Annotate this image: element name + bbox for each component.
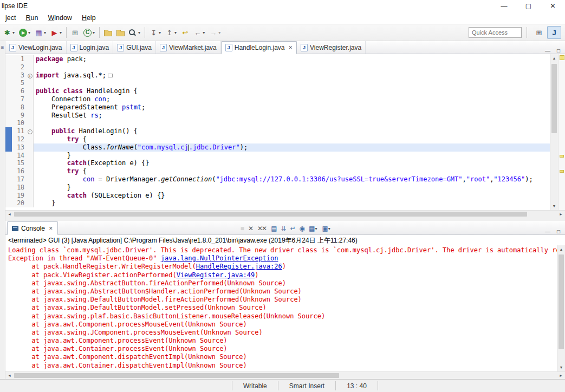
code-text[interactable] — [34, 79, 550, 87]
scroll-lock-button[interactable]: ⇊ — [278, 223, 287, 234]
overview-ruler[interactable] — [558, 54, 565, 210]
dropdown-arrow-icon[interactable]: ▾ — [93, 30, 95, 35]
external-tools-button[interactable]: ▶▾ — [49, 27, 63, 38]
run-button[interactable]: ▶▾ — [17, 27, 32, 38]
code-text[interactable] — [34, 63, 550, 71]
editor-hscroll-thumb[interactable] — [14, 212, 527, 217]
new-class-button[interactable]: C▾ — [82, 27, 96, 38]
dropdown-arrow-icon[interactable]: ▾ — [12, 30, 15, 35]
java-perspective-button[interactable]: J — [547, 26, 561, 39]
scroll-right-icon[interactable]: ► — [557, 211, 565, 218]
dropdown-arrow-icon[interactable]: ▾ — [328, 226, 330, 231]
fold-ruler-cell[interactable]: - — [27, 127, 34, 135]
tab-viewmarket-java[interactable]: JViewMarket.java — [156, 41, 221, 54]
code-text[interactable]: con = DriverManager.getConnection("jdbc:… — [34, 175, 550, 184]
new-java-project-button[interactable]: ⊞ — [69, 27, 81, 38]
code-text[interactable]: Class.forName("com.mysql.cj.jdbc.Driver"… — [34, 143, 550, 152]
maximize-button[interactable]: ▢ — [516, 0, 541, 12]
tab-console[interactable]: Console ✕ — [7, 221, 58, 235]
dropdown-arrow-icon[interactable]: ▾ — [315, 226, 317, 231]
next-annotation-button[interactable]: ↧▾ — [148, 27, 163, 38]
dropdown-arrow-icon[interactable]: ▾ — [60, 30, 62, 35]
scroll-left-icon[interactable]: ◄ — [5, 211, 14, 218]
editor-vscroll-thumb[interactable] — [551, 64, 557, 133]
console-output[interactable]: Loading class `com.mysql.jdbc.Driver'. T… — [5, 245, 557, 371]
search-button[interactable]: ▾ — [127, 27, 142, 38]
remove-all-terminated-button[interactable]: ✕✕ — [255, 223, 268, 234]
code-area[interactable]: 1package pack;23+import java.sql.*;56pub… — [5, 54, 550, 210]
back-button[interactable]: ←▾ — [192, 27, 206, 38]
stacktrace-link[interactable]: ViewRegister.java:49 — [177, 271, 255, 279]
minimize-console-button[interactable]: — — [545, 229, 550, 234]
editor-horizontal-scrollbar[interactable]: ◄ ► — [5, 210, 565, 218]
minimize-editor-button[interactable]: — — [545, 48, 550, 54]
code-text[interactable]: public HandleLogin() { — [34, 127, 550, 135]
collapsed-region-icon[interactable] — [108, 74, 113, 77]
console-tab-close-icon[interactable]: ✕ — [49, 226, 53, 231]
quick-access-input[interactable] — [469, 27, 522, 38]
code-text[interactable]: } — [34, 199, 550, 207]
console-hscroll-thumb[interactable] — [14, 373, 339, 378]
scroll-right-icon[interactable]: ► — [557, 372, 565, 379]
console-vertical-scrollbar[interactable]: ▲ ▼ — [557, 245, 565, 371]
scroll-down-icon[interactable]: ▼ — [557, 363, 565, 371]
menu-help[interactable]: Help — [77, 13, 101, 23]
word-wrap-button[interactable]: ↵ — [288, 223, 297, 234]
code-text[interactable]: } — [34, 184, 550, 192]
expand-fold-icon[interactable]: + — [28, 74, 33, 79]
prev-annotation-button[interactable]: ↥▾ — [164, 27, 178, 38]
open-perspective-button[interactable]: ⊞ — [532, 26, 546, 39]
code-text[interactable]: try { — [34, 167, 550, 175]
maximize-editor-button[interactable]: □ — [557, 48, 560, 54]
console-horizontal-scrollbar[interactable]: ◄ ► — [5, 371, 565, 379]
code-text[interactable]: public class HandleLogin { — [34, 87, 550, 95]
occurrence-marker[interactable] — [560, 155, 564, 158]
code-text[interactable]: PreparedStatement pstmt; — [34, 103, 550, 112]
maximize-console-button[interactable]: □ — [557, 229, 560, 234]
dropdown-arrow-icon[interactable]: ▾ — [28, 30, 30, 35]
dropdown-arrow-icon[interactable]: ▾ — [218, 30, 220, 35]
dropdown-arrow-icon[interactable]: ▾ — [159, 30, 161, 35]
console-vscroll-thumb[interactable] — [558, 254, 564, 349]
tab-close-icon[interactable]: ✕ — [289, 45, 293, 50]
terminate-button[interactable]: ■ — [238, 223, 245, 234]
code-text[interactable]: } — [34, 152, 550, 160]
tab-viewlogin-java[interactable]: JViewLogin.java — [5, 41, 67, 54]
code-text[interactable]: ResultSet rs; — [34, 112, 550, 120]
scroll-left-icon[interactable]: ◄ — [5, 372, 14, 379]
stacktrace-link[interactable]: HandleRegister.java:26 — [196, 263, 282, 270]
close-button[interactable]: ✕ — [541, 0, 565, 12]
stacktrace-link[interactable]: java.lang.NullPointerException — [161, 254, 278, 262]
open-task-button[interactable] — [102, 27, 114, 38]
minimize-button[interactable]: — — [492, 0, 516, 12]
code-text[interactable]: try { — [34, 135, 550, 143]
code-text[interactable]: import java.sql.*; — [34, 71, 550, 80]
code-text[interactable]: package pack; — [34, 55, 550, 63]
dropdown-arrow-icon[interactable]: ▾ — [203, 30, 205, 35]
restore-view-icon[interactable]: ⊞ — [1, 45, 5, 50]
remove-launch-button[interactable]: ✕ — [246, 223, 255, 234]
editor-vertical-scrollbar[interactable]: ▲ ▼ — [550, 54, 558, 210]
dropdown-arrow-icon[interactable]: ▾ — [44, 30, 46, 35]
tab-viewregister-java[interactable]: JViewRegister.java — [297, 41, 366, 54]
open-console-button[interactable]: ▣▾ — [320, 223, 332, 234]
tab-gui-java[interactable]: JGUI.java — [113, 41, 156, 54]
open-resource-button[interactable] — [115, 27, 126, 38]
last-edit-location-button[interactable]: ↩ — [179, 27, 191, 38]
debug-button[interactable]: ✱▾ — [2, 27, 16, 38]
coverage-button[interactable]: ▦▾ — [33, 27, 48, 38]
code-text[interactable]: catch (SQLException e) {} — [34, 192, 550, 200]
fold-ruler-cell[interactable]: + — [27, 71, 34, 80]
code-text[interactable]: catch(Exception e) {} — [34, 159, 550, 167]
code-text[interactable] — [34, 119, 550, 127]
menu-run[interactable]: Run — [21, 13, 43, 23]
scroll-up-icon[interactable]: ▲ — [550, 54, 558, 62]
tab-handlelogin-java[interactable]: JHandleLogin.java✕ — [221, 41, 297, 54]
forward-button[interactable]: →▾ — [207, 27, 222, 38]
collapse-fold-icon[interactable]: - — [28, 129, 33, 134]
dropdown-arrow-icon[interactable]: ▾ — [138, 30, 140, 35]
scroll-up-icon[interactable]: ▲ — [557, 245, 565, 253]
menu-ject[interactable]: ject — [1, 13, 21, 23]
display-selected-console-button[interactable]: ▦▾ — [307, 223, 319, 234]
code-text[interactable]: Connection con; — [34, 95, 550, 103]
